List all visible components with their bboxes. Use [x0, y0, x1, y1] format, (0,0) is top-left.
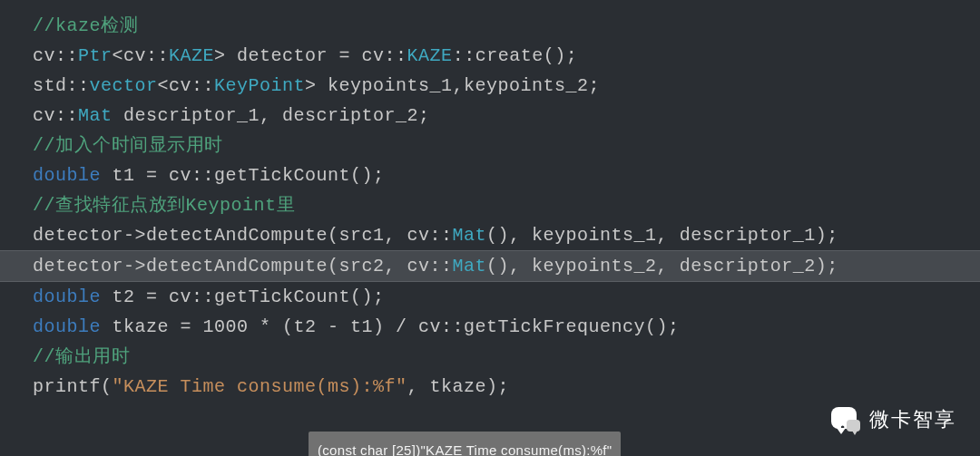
- comment-text: //加入个时间显示用时: [33, 135, 223, 156]
- comment-text: //查找特征点放到Keypoint里: [33, 195, 295, 216]
- code-line-highlighted: detector->detectAndCompute(src2, cv::Mat…: [0, 250, 980, 282]
- code-line: printf("KAZE Time consume(ms):%f", tkaze…: [0, 372, 980, 402]
- code-line: detector->detectAndCompute(src1, cv::Mat…: [0, 220, 980, 250]
- code-line: cv::Mat descriptor_1, descriptor_2;: [0, 101, 980, 131]
- string-literal: "KAZE Time consume(ms):%f": [113, 376, 407, 397]
- code-line: //输出用时: [0, 342, 980, 372]
- code-line: //查找特征点放到Keypoint里: [0, 190, 980, 220]
- hover-tooltip: (const char [25])"KAZE Time consume(ms):…: [309, 432, 621, 456]
- comment-text: //输出用时: [33, 346, 130, 367]
- code-line: cv::Ptr<cv::KAZE> detector = cv::KAZE::c…: [0, 41, 980, 71]
- watermark-text: 微卡智享: [869, 404, 956, 434]
- code-line: double t1 = cv::getTickCount();: [0, 160, 980, 190]
- chat-bubble-icon: •••: [828, 405, 860, 434]
- code-editor[interactable]: //kaze检测 cv::Ptr<cv::KAZE> detector = cv…: [0, 0, 980, 456]
- code-line: double t2 = cv::getTickCount();: [0, 282, 980, 312]
- code-line: //加入个时间显示用时: [0, 131, 980, 160]
- comment-text: //kaze检测: [33, 15, 138, 36]
- watermark: ••• 微卡智享: [828, 404, 956, 434]
- code-line: double tkaze = 1000 * (t2 - t1) / cv::ge…: [0, 312, 980, 342]
- code-line: //kaze检测: [0, 11, 980, 41]
- code-line: std::vector<cv::KeyPoint> keypoints_1,ke…: [0, 71, 980, 101]
